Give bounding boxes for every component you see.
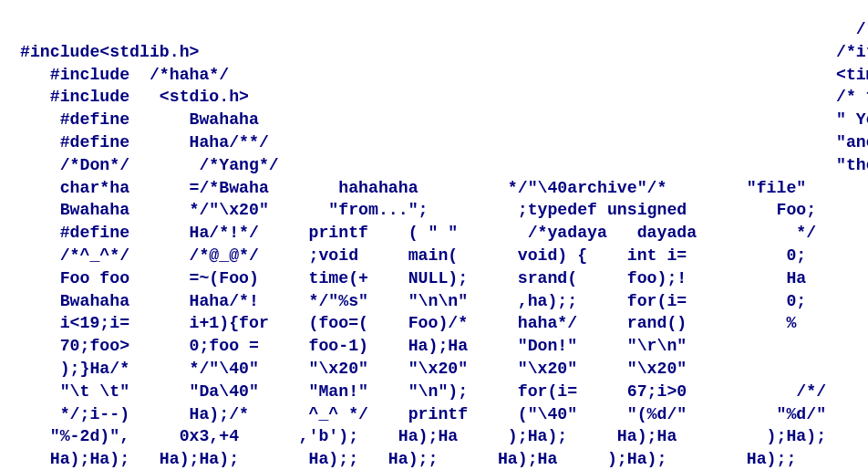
code-line: #include <stdio.h> /* for*/ (20, 88, 868, 106)
code-line: "%-2d)", 0x3,+4 ,'b'); Ha);Ha );Ha); Ha)… (20, 427, 826, 445)
code-line: #define Haha/**/ "ano" \ (20, 133, 868, 151)
source-code-block: /**/ #include<stdlib.h> /*it's*/ #includ… (0, 0, 868, 470)
code-line: #define Bwahaha " Yet " (20, 110, 868, 129)
code-line: /*^_^*/ /*@_@*/ ;void main( void) { int … (20, 246, 806, 265)
code-line: );}Ha/* */"\40" "\x20" "\x20" "\x20" "\x… (20, 360, 687, 378)
code-line: i<19;i= i+1){for (foo=( Foo)/* haha*/ ra… (20, 314, 796, 332)
code-line: 70;foo> 0;foo = foo-1) Ha);Ha "Don!" "\r… (20, 337, 687, 355)
code-line: Ha);Ha); Ha);Ha); Ha);; Ha);; Ha);Ha );H… (20, 450, 796, 468)
code-line: char*ha =/*Bwaha hahahaha */"\40archive"… (20, 179, 806, 197)
code-line: /**/ (20, 20, 868, 38)
code-line: Foo foo =~(Foo) time(+ NULL); srand( foo… (20, 269, 806, 287)
code-line: Bwahaha */"\x20" "from..."; ;typedef uns… (20, 201, 816, 219)
code-line: /*Don*/ /*Yang*/ "ther" (20, 156, 868, 174)
code-line: */;i--) Ha);/* ^_^ */ printf ("\40" "(%d… (20, 405, 826, 423)
code-line: #include /*haha*/ <time.h> (20, 66, 868, 84)
code-line: #include<stdlib.h> /*it's*/ (20, 43, 868, 61)
code-line: Bwahaha Haha/*! */"%s" "\n\n" ,ha);; for… (20, 292, 806, 310)
code-line: "\t \t" "Da\40" "Man!" "\n"); for(i= 67;… (20, 382, 826, 401)
code-line: #define Ha/*!*/ printf ( " " /*yadaya da… (20, 224, 816, 242)
